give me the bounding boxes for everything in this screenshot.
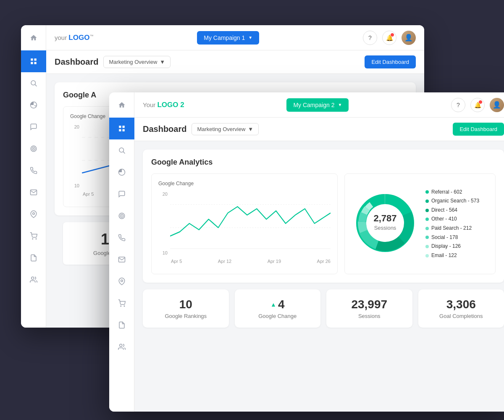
sidebar-team-icon[interactable] — [21, 269, 46, 291]
svg-rect-2 — [34, 58, 36, 60]
stat-google-change-label: Google Change — [243, 313, 312, 319]
front-sidebar-chat-icon[interactable] — [109, 183, 134, 205]
front-donut-svg-wrapper: 2,787 Sessions — [352, 189, 419, 258]
svg-rect-3 — [34, 62, 36, 64]
sidebar-docs-icon[interactable] — [21, 247, 46, 269]
front-sidebar-location-icon[interactable] — [109, 270, 134, 292]
front-sidebar-team-icon[interactable] — [109, 336, 134, 358]
front-avatar[interactable]: 👤 — [490, 98, 504, 112]
front-donut-container: 2,787 Sessions Referral - 602 — [344, 173, 496, 274]
front-chart-inner: 20 10 — [158, 190, 331, 257]
legend-display: Display - 126 — [425, 242, 479, 251]
sidebar-dashboard-icon[interactable] — [21, 50, 46, 72]
front-stats-row: 10 Google Rankings ▲ 4 Google Change 2 — [143, 289, 504, 328]
back-logo: your LOGO™ — [55, 34, 93, 42]
svg-point-13 — [31, 277, 34, 279]
stat-sessions: 23,997 Sessions — [326, 289, 412, 328]
front-sidebar-phone-icon[interactable] — [109, 227, 134, 249]
front-y-axis: 20 10 — [158, 190, 170, 257]
stat-google-rankings: 10 Google Rankings — [143, 289, 229, 328]
stat-goal-completions-value: 3,306 — [427, 298, 496, 311]
svg-rect-16 — [119, 126, 121, 128]
stat-google-rankings-label: Google Rankings — [151, 313, 220, 319]
back-y-axis: 20 10 — [70, 123, 82, 190]
svg-line-21 — [123, 152, 125, 153]
legend-other: Other - 410 — [425, 215, 479, 224]
front-help-icon[interactable]: ? — [451, 98, 465, 112]
front-charts-row: Google Change 20 10 — [151, 173, 496, 274]
svg-point-28 — [124, 306, 125, 307]
stat-sessions-label: Sessions — [335, 313, 404, 319]
front-notification-icon[interactable]: 🔔 — [470, 98, 485, 112]
front-sidebar-email-icon[interactable] — [109, 249, 134, 270]
sidebar-search-icon[interactable] — [21, 72, 46, 94]
front-sidebar — [109, 92, 134, 412]
back-edit-dashboard-button[interactable]: Edit Dashboard — [365, 55, 416, 68]
sidebar-phone-icon[interactable] — [21, 160, 46, 181]
sidebar-pie-icon[interactable] — [21, 94, 46, 116]
sidebar-cart-icon[interactable] — [21, 225, 46, 247]
front-chart-area — [170, 190, 331, 257]
front-sidebar-dashboard-icon[interactable] — [109, 118, 134, 139]
sidebar-location-icon[interactable] — [21, 203, 46, 225]
front-line-chart: Google Change 20 10 — [151, 173, 338, 274]
front-sidebar-pie-icon[interactable] — [109, 161, 134, 183]
legend-referral: Referral - 602 — [425, 188, 479, 197]
svg-text:Sessions: Sessions — [374, 225, 396, 231]
stat-goal-completions-label: Goal Completions — [427, 313, 496, 319]
front-marketing-dropdown[interactable]: Marketing Overview ▼ — [192, 123, 259, 135]
front-sidebar-target-icon[interactable] — [109, 205, 134, 227]
svg-point-27 — [121, 306, 121, 307]
front-sidebar-search-icon[interactable] — [109, 139, 134, 161]
front-window: Your LOGO 2 My Campaign 2 ▼ ? 🔔 👤 Dashbo… — [109, 92, 504, 412]
svg-point-9 — [33, 148, 34, 149]
front-edit-dashboard-button[interactable]: Edit Dashboard — [453, 123, 504, 136]
front-ga-card: Google Analytics Google Change 20 10 — [143, 150, 504, 283]
svg-rect-18 — [122, 126, 124, 128]
back-dash-bar: Dashboard Marketing Overview ▼ Edit Dash… — [46, 50, 424, 74]
legend-social: Social - 178 — [425, 233, 479, 242]
front-sidebar-home-icon[interactable] — [109, 92, 134, 118]
front-content: Your LOGO 2 My Campaign 2 ▼ ? 🔔 👤 Dashbo… — [134, 92, 504, 412]
back-topbar: your LOGO™ My Campaign 1 ▼ ? 🔔 👤 — [46, 25, 424, 50]
back-notification-icon[interactable]: 🔔 — [382, 31, 396, 45]
svg-text:2,787: 2,787 — [373, 213, 396, 223]
front-sidebar-cart-icon[interactable] — [109, 292, 134, 314]
legend-direct: Direct - 564 — [425, 206, 479, 215]
front-donut-legend: Referral - 602 Organic Search - 573 Dire… — [425, 188, 479, 260]
front-dash-bar: Dashboard Marketing Overview ▼ Edit Dash… — [134, 118, 504, 141]
front-dashboard-title: Dashboard — [143, 124, 186, 134]
back-help-icon[interactable]: ? — [363, 31, 377, 45]
front-logo: Your LOGO 2 — [143, 101, 184, 109]
svg-point-11 — [32, 239, 33, 239]
front-sidebar-docs-icon[interactable] — [109, 314, 134, 336]
front-main-area: Google Analytics Google Change 20 10 — [134, 141, 504, 412]
svg-point-20 — [119, 148, 124, 152]
sidebar-email-icon[interactable] — [21, 181, 46, 203]
stat-google-change-value: ▲ 4 — [243, 298, 312, 311]
stat-sessions-value: 23,997 — [335, 298, 404, 311]
svg-rect-17 — [119, 129, 121, 131]
back-marketing-dropdown[interactable]: Marketing Overview ▼ — [103, 56, 171, 68]
legend-email: Email - 122 — [425, 251, 479, 260]
back-dashboard-title: Dashboard — [55, 57, 98, 67]
front-x-axis: Apr 5 Apr 12 Apr 19 Apr 26 — [158, 257, 331, 264]
svg-point-26 — [121, 280, 123, 282]
svg-rect-0 — [31, 58, 33, 60]
svg-point-12 — [36, 239, 37, 239]
svg-line-5 — [35, 84, 37, 86]
front-campaign-dropdown[interactable]: My Campaign 2 ▼ — [286, 98, 349, 112]
legend-paid: Paid Search - 212 — [425, 224, 479, 233]
sidebar-chat-icon[interactable] — [21, 116, 46, 138]
stat-google-change: ▲ 4 Google Change — [235, 289, 321, 328]
sidebar-home-icon[interactable] — [21, 25, 46, 50]
sidebar-target-icon[interactable] — [21, 138, 46, 160]
svg-rect-1 — [31, 62, 33, 64]
legend-organic: Organic Search - 573 — [425, 197, 479, 206]
front-topbar: Your LOGO 2 My Campaign 2 ▼ ? 🔔 👤 — [134, 92, 504, 118]
svg-rect-19 — [122, 129, 124, 131]
front-chart-label: Google Change — [158, 181, 331, 186]
back-campaign-dropdown[interactable]: My Campaign 1 ▼ — [197, 31, 259, 45]
back-avatar[interactable]: 👤 — [402, 31, 416, 45]
svg-point-4 — [31, 81, 36, 85]
